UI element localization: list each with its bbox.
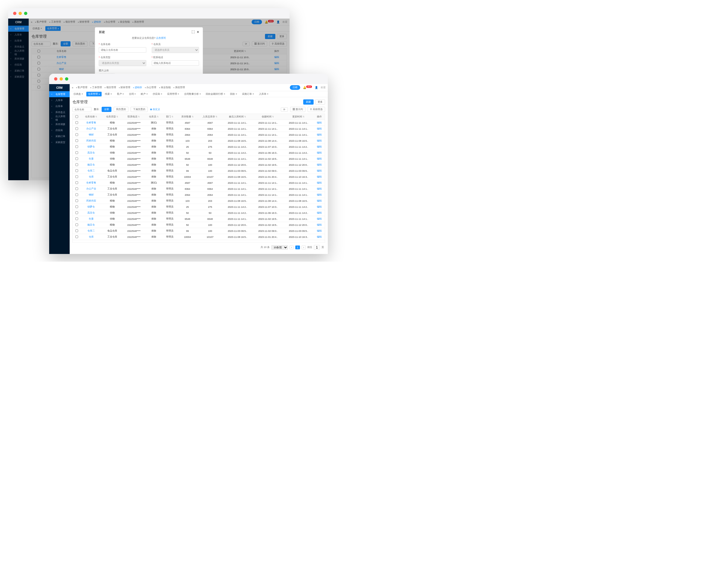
refresh-icon[interactable]: ⟳ [281, 107, 288, 112]
warehouse-name-link[interactable]: 绿萝仓 [87, 145, 95, 148]
column-header[interactable]: 仓库员⇅ [145, 114, 163, 120]
warehouse-name-link[interactable]: 绿萝仓 [87, 205, 95, 208]
tab-item[interactable]: 回款金额排行榜 × [204, 92, 227, 96]
edit-link[interactable]: 编辑 [317, 224, 322, 226]
edit-link[interactable]: 编辑 [317, 145, 322, 148]
edit-link[interactable]: 编辑 [317, 181, 322, 184]
tab-item[interactable]: 回款 × [228, 92, 239, 96]
column-header[interactable]: 创建时间⇅ [253, 114, 283, 120]
row-checkbox[interactable] [75, 169, 78, 172]
page-size-select[interactable]: 10条/页 [271, 245, 288, 250]
warehouse-name-link[interactable]: 药材供应 [86, 199, 96, 202]
tab-item[interactable]: 仓库管理 × [86, 92, 102, 96]
sidebar-item[interactable]: ▫库存盘点 [49, 109, 70, 115]
column-header[interactable]: 仓库名称⇅ [81, 114, 102, 120]
select-type[interactable]: 请选择出库类型 [99, 60, 146, 66]
warehouse-name-link[interactable]: 办公产业 [86, 187, 96, 190]
bell-icon[interactable]: 🔔203 [303, 86, 312, 89]
select-all-checkbox[interactable] [75, 115, 78, 118]
row-checkbox[interactable] [75, 193, 78, 196]
row-checkbox[interactable] [75, 205, 78, 208]
tab-item[interactable]: 账户 × [139, 92, 149, 96]
tab-item[interactable]: 仪表盘 × [72, 92, 85, 96]
edit-link[interactable]: 编辑 [317, 230, 322, 232]
warehouse-name-link[interactable]: 钢材 [89, 193, 94, 196]
column-header[interactable]: 入库总库存⇅ [198, 114, 222, 120]
show-columns[interactable]: ☰ 显示列 [290, 107, 306, 112]
close-icon[interactable] [54, 77, 57, 81]
close-tab-icon[interactable]: × [99, 93, 100, 96]
adv-filter[interactable]: ⚲ 高级筛选 [308, 107, 325, 112]
edit-link[interactable]: 编辑 [317, 163, 322, 166]
topnav-item[interactable]: ▪ 进销存 [133, 86, 142, 89]
warehouse-name-link[interactable]: 仓库二 [87, 169, 95, 172]
warehouse-name-link[interactable]: 办公产业 [86, 127, 96, 130]
row-checkbox[interactable] [75, 133, 78, 136]
topnav-item[interactable]: ▪ 工单管理 [90, 86, 102, 89]
sidebar-item[interactable]: ▫采购订单 [49, 133, 70, 139]
edit-link[interactable]: 编辑 [317, 127, 322, 130]
filter-all[interactable]: 全部 [102, 107, 111, 112]
column-header[interactable]: 操作 [314, 114, 325, 120]
row-checkbox[interactable] [75, 224, 78, 226]
close-icon[interactable]: ✕ [197, 30, 199, 34]
edit-link[interactable]: 编辑 [317, 139, 322, 142]
tab-item[interactable]: 合同 × [127, 92, 138, 96]
edit-link[interactable]: 编辑 [317, 175, 322, 178]
warehouse-name-link[interactable]: 钢材 [89, 133, 94, 136]
maximize-icon[interactable] [65, 77, 68, 81]
warehouse-name-link[interactable]: 仓库 [89, 236, 94, 238]
warehouse-name-link[interactable]: 豌豆仓 [87, 163, 95, 166]
sidebar-item[interactable]: ▫出库单 [49, 103, 70, 109]
sidebar-item[interactable]: ▫采购退货 [49, 139, 70, 145]
row-checkbox[interactable] [75, 139, 78, 142]
new-button[interactable]: 新建 [303, 99, 314, 105]
column-header[interactable]: 更新时间⇅ [283, 114, 314, 120]
hint-link[interactable]: 点击填写 [156, 37, 166, 39]
warehouse-name-link[interactable]: 药材供应 [86, 139, 96, 142]
edit-link[interactable]: 编辑 [317, 151, 322, 154]
row-checkbox[interactable] [75, 121, 78, 124]
edit-link[interactable]: 编辑 [317, 187, 322, 190]
row-checkbox[interactable] [75, 218, 78, 220]
column-header[interactable]: 部门⇅ [163, 114, 177, 120]
next-page-icon[interactable]: › [302, 246, 306, 249]
edit-link[interactable]: 编辑 [317, 133, 322, 136]
fullscreen-icon[interactable]: ⛶ [191, 30, 194, 34]
topnav-item[interactable]: ▪ 系统管理 [173, 86, 185, 89]
close-icon[interactable] [13, 12, 16, 15]
warehouse-name-link[interactable]: 高压仓 [87, 151, 95, 154]
edit-link[interactable]: 编辑 [317, 205, 322, 208]
sidebar-item[interactable]: ▫出入库明细 [49, 115, 70, 121]
edit-link[interactable]: 编辑 [317, 199, 322, 202]
edit-link[interactable]: 编辑 [317, 169, 322, 172]
topnav-item[interactable]: ▪ 财务管理 [119, 86, 130, 89]
input-phone[interactable] [152, 60, 199, 66]
input-name[interactable] [99, 47, 146, 53]
goto-input[interactable] [314, 245, 320, 250]
row-checkbox[interactable] [75, 175, 78, 178]
column-header[interactable]: 联系电话⇅ [123, 114, 145, 120]
filter-custom[interactable]: ◉ 自定义 [150, 108, 160, 111]
warehouse-name-link[interactable]: 生鲜零售 [86, 181, 96, 184]
warehouse-name-link[interactable]: 高压仓 [87, 211, 95, 214]
row-checkbox[interactable] [75, 127, 78, 130]
row-checkbox[interactable] [75, 187, 78, 190]
row-checkbox[interactable] [75, 181, 78, 184]
topnav-item[interactable]: ▪ 客户管理 [76, 86, 87, 89]
tab-item[interactable]: 客户 × [115, 92, 126, 96]
row-checkbox[interactable] [75, 236, 78, 238]
sidebar-item[interactable]: ▫入库单 [49, 97, 70, 103]
menu-toggle-icon[interactable]: ≡ [72, 86, 73, 89]
search-input[interactable] [72, 107, 92, 112]
row-checkbox[interactable] [75, 230, 78, 232]
sidebar-item[interactable]: ▫库存调拨 [49, 121, 70, 127]
edit-link[interactable]: 编辑 [317, 236, 322, 238]
column-header[interactable]: 库存数量⇅ [177, 114, 198, 120]
tab-item[interactable]: 供应商 × [151, 92, 164, 96]
tab-item[interactable]: 应用管理 × [166, 92, 181, 96]
warehouse-name-link[interactable]: 生姜 [89, 157, 94, 160]
row-checkbox[interactable] [75, 211, 78, 214]
row-checkbox[interactable] [75, 145, 78, 148]
edit-link[interactable]: 编辑 [317, 157, 322, 160]
